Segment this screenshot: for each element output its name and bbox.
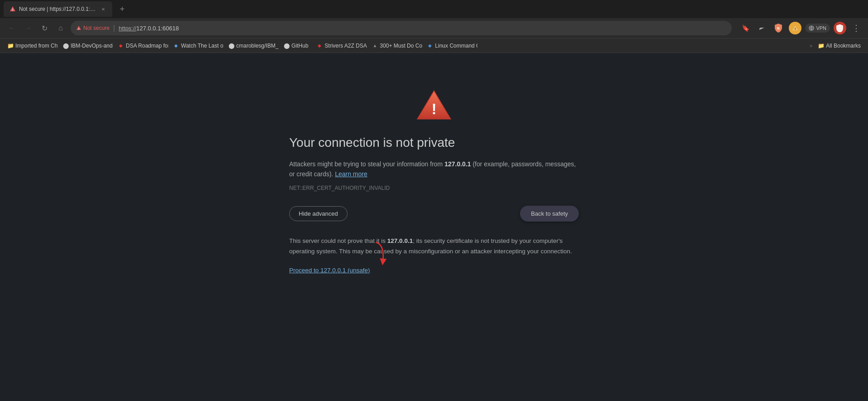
tab-close-button[interactable]: ✕ xyxy=(100,5,107,13)
github-icon: ⬤ xyxy=(62,43,69,49)
bookmark-label: GitHub xyxy=(291,43,308,49)
warning-badge-button[interactable]: ! xyxy=(789,22,801,34)
svg-point-7 xyxy=(809,26,814,30)
bookmark-strivers[interactable]: ◆ Strivers A2Z DSA C... xyxy=(313,42,367,50)
address-separator: | xyxy=(113,24,115,32)
advanced-hostname: 127.0.0.1 xyxy=(387,237,413,244)
bookmarks-bar: 📁 Imported from Chr... ⬤ IBM-DevOps-and-… xyxy=(0,38,868,53)
forward-button[interactable]: → xyxy=(22,22,34,34)
site-icon: ◆ xyxy=(316,43,323,49)
site-icon: ◆ xyxy=(173,43,179,49)
brave-menu-button[interactable] xyxy=(834,22,846,34)
bookmark-label: 300+ Must Do Codi... xyxy=(380,43,422,49)
bookmarks-right: » 📁 All Bookmarks xyxy=(810,42,864,50)
reload-button[interactable]: ↻ xyxy=(38,22,51,34)
warning-icon-wrapper: ! xyxy=(289,89,579,121)
error-code: NET::ERR_CERT_AUTHORITY_INVALID xyxy=(289,185,579,191)
bookmark-last-of-us[interactable]: ◆ Watch The Last of... xyxy=(169,42,224,50)
share-button[interactable] xyxy=(755,22,768,34)
bookmark-label: All Bookmarks xyxy=(826,43,861,49)
github-icon: ⬤ xyxy=(228,43,234,49)
site-icon: ▲ xyxy=(372,43,378,49)
folder-icon: 📁 xyxy=(818,43,824,49)
new-tab-button[interactable]: + xyxy=(116,3,129,15)
url-port: :60618 xyxy=(161,25,179,32)
error-description: Attackers might be trying to steal your … xyxy=(289,159,579,179)
error-desc-before: Attackers might be trying to steal your … xyxy=(289,160,444,168)
url-protocol: https:// xyxy=(119,25,136,32)
svg-text:!: ! xyxy=(12,8,13,11)
bookmark-dsa-roadmap[interactable]: ◆ DSA Roadmap for... xyxy=(114,42,168,50)
brave-logo-icon xyxy=(836,24,844,32)
proceed-unsafe-link[interactable]: Proceed to 127.0.0.1 (unsafe) xyxy=(289,267,370,274)
warning-triangle-icon: ! xyxy=(416,89,452,121)
url-host: 127.0.0.1 xyxy=(136,25,161,32)
github-icon: ⬤ xyxy=(283,43,290,49)
brave-shields-button[interactable]: B xyxy=(772,21,785,35)
bookmark-label: Imported from Chr... xyxy=(15,43,58,49)
advanced-text: This server could not prove that it is 1… xyxy=(289,236,579,257)
hamburger-menu-button[interactable]: ⋮ xyxy=(850,22,863,34)
address-bar[interactable]: ! Not secure | https://127.0.0.1:60618 xyxy=(71,21,732,35)
bookmark-imported-from-chrome[interactable]: 📁 Imported from Chr... xyxy=(4,42,58,50)
vpn-label: VPN xyxy=(816,25,826,31)
bookmark-label: Watch The Last of... xyxy=(181,43,224,49)
bookmarks-more[interactable]: » xyxy=(810,43,813,49)
bookmark-all-bookmarks[interactable]: 📁 All Bookmarks xyxy=(814,42,864,50)
bookmark-label: cmaroblesg/IBM_D... xyxy=(236,43,279,49)
brave-shields-icon: B xyxy=(774,23,783,33)
home-button[interactable]: ⌂ xyxy=(54,22,67,34)
url-display: https://127.0.0.1:60618 xyxy=(119,25,179,32)
bookmark-300-coding[interactable]: ▲ 300+ Must Do Codi... xyxy=(368,42,422,50)
vpn-button[interactable]: VPN xyxy=(805,24,830,33)
learn-more-link[interactable]: Learn more xyxy=(335,170,367,178)
active-tab[interactable]: ! Not secure | https://127.0.0.1:60618 ✕ xyxy=(4,1,112,17)
not-secure-label: Not secure xyxy=(83,25,110,31)
vpn-icon xyxy=(809,25,814,31)
svg-text:!: ! xyxy=(78,28,79,30)
svg-text:!: ! xyxy=(431,101,436,117)
site-icon: ◆ xyxy=(427,43,433,49)
toolbar-right: 🔖 B ! VPN xyxy=(739,21,863,35)
error-container: ! Your connection is not private Attacke… xyxy=(280,89,588,274)
not-secure-badge: ! Not secure xyxy=(76,25,110,31)
site-icon: ◆ xyxy=(118,43,124,49)
bookmark-label: IBM-DevOps-and-S... xyxy=(71,43,113,49)
warning-icon: ! xyxy=(76,25,81,31)
tab-favicon: ! xyxy=(9,5,16,13)
error-hostname: 127.0.0.1 xyxy=(444,160,471,168)
share-icon xyxy=(758,24,765,32)
navigation-bar: ← → ↻ ⌂ ! Not secure | https://127.0.0.1… xyxy=(0,18,868,38)
bookmark-github[interactable]: ⬤ GitHub xyxy=(280,42,312,50)
bookmark-page-button[interactable]: 🔖 xyxy=(739,22,752,34)
folder-icon: 📁 xyxy=(7,43,14,49)
svg-text:!: ! xyxy=(795,27,796,31)
bookmark-label: Strivers A2Z DSA C... xyxy=(324,43,367,49)
tab-title: Not secure | https://127.0.0.1:60618 xyxy=(19,6,97,12)
proceed-section: Proceed to 127.0.0.1 (unsafe) xyxy=(289,266,370,274)
bookmark-label: DSA Roadmap for... xyxy=(126,43,168,49)
bookmark-linux-command[interactable]: ◆ Linux Command Ch... xyxy=(423,42,477,50)
svg-text:B: B xyxy=(777,26,780,30)
button-row: Hide advanced Back to safety xyxy=(289,206,579,222)
hide-advanced-button[interactable]: Hide advanced xyxy=(289,206,348,221)
main-content: ! Your connection is not private Attacke… xyxy=(0,53,868,401)
back-to-safety-button[interactable]: Back to safety xyxy=(520,206,579,222)
back-button[interactable]: ← xyxy=(5,22,18,34)
alert-icon: ! xyxy=(792,25,798,31)
tab-bar: ! Not secure | https://127.0.0.1:60618 ✕… xyxy=(0,0,868,18)
error-title: Your connection is not private xyxy=(289,135,579,150)
bookmark-cmaroblesg[interactable]: ⬤ cmaroblesg/IBM_D... xyxy=(224,42,279,50)
bookmark-label: Linux Command Ch... xyxy=(435,43,477,49)
bookmark-ibm-devops[interactable]: ⬤ IBM-DevOps-and-S... xyxy=(59,42,113,50)
